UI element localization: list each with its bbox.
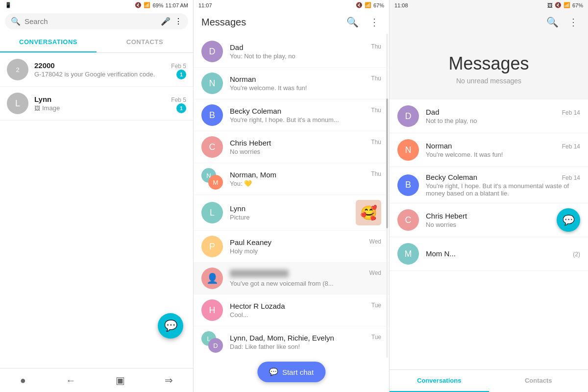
unread-badge: 1 — [176, 70, 186, 79]
tab-conversations-right[interactable]: Conversations — [390, 370, 489, 392]
right-conv-header: Dad Feb 14 — [426, 108, 580, 116]
search-input[interactable] — [24, 17, 157, 25]
list-item[interactable]: B Becky Coleman Thu You're right, I hope… — [194, 99, 389, 131]
list-item[interactable]: 👤 Wed You've got a new voicemail from (8… — [194, 263, 389, 294]
avatar: L — [7, 93, 28, 114]
list-item[interactable]: N Norman Feb 14 You're welcome. It was f… — [390, 133, 588, 167]
msg-name: Lynn, Dad, Mom, Richie, Evelyn — [230, 334, 334, 342]
conversation-list-left: 2 22000 Feb 5 G-178042 is your Google ve… — [0, 53, 193, 211]
time-left: 11:07 AM — [166, 2, 188, 8]
recents-icon[interactable]: ▣ — [116, 374, 125, 386]
avatar-bottom: D — [208, 338, 223, 353]
mic-icon[interactable]: 🎤 — [161, 17, 171, 26]
search-icon-middle[interactable]: 🔍 — [344, 14, 361, 30]
right-conv-name: Becky Coleman — [426, 173, 477, 181]
search-icon-right[interactable]: 🔍 — [544, 14, 561, 30]
scrollbar-thumb[interactable] — [386, 98, 388, 228]
bottom-nav-left: ● ← ▣ ⇒ — [0, 368, 193, 392]
battery-percent-left: 69% — [152, 2, 163, 8]
conv-preview: G-178042 is your Google verification cod… — [34, 71, 186, 78]
avatar: P — [201, 236, 223, 257]
more-icon-middle[interactable]: ⋮ — [368, 14, 381, 30]
avatar: C — [201, 136, 223, 158]
tab-contacts-right[interactable]: Contacts — [489, 370, 588, 392]
list-item[interactable]: N Norman Thu You're welcome. It was fun! — [194, 68, 389, 99]
msg-content: Dad Thu You: Not to the play, no — [230, 43, 381, 60]
msg-content: Norman Thu You're welcome. It was fun! — [230, 75, 381, 92]
msg-time: Tue — [371, 334, 381, 342]
image-icon-right: 🖼 — [547, 2, 553, 8]
msg-name — [230, 270, 289, 279]
right-conv-name: Mom N... — [426, 249, 456, 258]
start-chat-label: Start chat — [282, 368, 314, 376]
list-item[interactable]: L Lynn Feb 5 🖼 Image 1 — [0, 87, 193, 121]
forward-icon[interactable]: ⇒ — [165, 374, 173, 386]
list-item[interactable]: N M Norman, Mom Thu You: 💛 — [194, 163, 389, 195]
scrollbar-track — [386, 34, 388, 358]
msg-content: Hector R Lozada Tue Cool... — [230, 302, 381, 318]
message-thumbnail: 🥰 — [356, 200, 381, 225]
list-item[interactable]: C Chris Hebert No worries 💬 — [390, 203, 588, 237]
right-conv-preview: Not to the play, no — [426, 117, 580, 124]
list-item[interactable]: D Dad Feb 14 Not to the play, no — [390, 99, 588, 133]
top-bar-middle: Messages 🔍 ⋮ — [194, 10, 389, 34]
msg-content: Norman, Mom Thu You: 💛 — [230, 171, 381, 187]
battery-mid: 67% — [373, 2, 384, 8]
battery-right: 67% — [572, 2, 583, 8]
msg-header: Wed — [230, 270, 381, 279]
conv-time: Feb 5 — [171, 63, 186, 70]
list-item[interactable]: C Chris Hebert Thu No worries — [194, 131, 389, 163]
compose-fab-left[interactable]: 💬 — [158, 313, 183, 339]
avatar: C — [397, 209, 419, 231]
list-item[interactable]: B Becky Coleman Feb 14 You're right, I h… — [390, 167, 588, 203]
list-item[interactable]: H Hector R Lozada Tue Cool... — [194, 294, 389, 326]
right-conv-header: Norman Feb 14 — [426, 142, 580, 150]
tabs-left: CONVERSATIONS CONTACTS — [0, 32, 193, 53]
status-right-right: 🖼 🔇 📶 67% — [547, 2, 583, 8]
list-item[interactable]: M Mom N... (2) — [390, 237, 588, 271]
tab-contacts[interactable]: CONTACTS — [97, 32, 193, 52]
msg-time: Thu — [371, 43, 381, 51]
time-right: 11:08 — [394, 2, 408, 8]
avatar: D — [201, 41, 223, 62]
conv-content: Lynn Feb 5 🖼 Image — [34, 95, 186, 112]
msg-content: Chris Hebert Thu No worries — [230, 139, 381, 155]
list-item[interactable]: L Lynn Picture 🥰 — [194, 195, 389, 231]
list-item[interactable]: P Paul Keaney Wed Holy moly — [194, 231, 389, 263]
more-icon-right[interactable]: ⋮ — [566, 14, 580, 30]
time-middle: 11:07 — [198, 2, 212, 8]
right-conv-time: Feb 14 — [562, 174, 580, 181]
avatar: M — [397, 243, 419, 265]
more-icon[interactable]: ⋮ — [174, 17, 182, 26]
msg-header: Paul Keaney Wed — [230, 238, 381, 246]
image-icon: 🖼 — [34, 105, 40, 112]
avatar: 👤 — [201, 268, 223, 289]
conv-preview: 🖼 Image — [34, 104, 186, 112]
right-conv-content: Becky Coleman Feb 14 You're right, I hop… — [426, 173, 580, 197]
msg-content: Lynn, Dad, Mom, Richie, Evelyn Tue Dad: … — [230, 334, 381, 350]
mute-icon-mid: 🔇 — [356, 2, 363, 8]
start-chat-button[interactable]: 💬 Start chat — [257, 362, 325, 382]
chat-icon: 💬 — [269, 368, 278, 376]
search-icon: 🔍 — [11, 17, 21, 26]
tab-conversations[interactable]: CONVERSATIONS — [0, 32, 97, 52]
message-list: D Dad Thu You: Not to the play, no N Nor… — [194, 34, 389, 358]
right-conv-preview: You're right, I hope. But it's a monumen… — [426, 182, 580, 197]
list-item[interactable]: L D Lynn, Dad, Mom, Richie, Evelyn Tue D… — [194, 326, 389, 358]
status-right-middle: 🔇 📶 67% — [356, 2, 384, 8]
right-conv-content: Norman Feb 14 You're welcome. It was fun… — [426, 142, 580, 158]
mute-icon: 🔇 — [135, 2, 142, 8]
msg-header: Norman Thu — [230, 75, 381, 83]
right-conv-preview: You're welcome. It was fun! — [426, 151, 580, 158]
group-avatar: L D — [201, 331, 223, 353]
list-item[interactable]: D Dad Thu You: Not to the play, no — [194, 36, 389, 68]
msg-preview: Picture — [230, 214, 349, 221]
compose-fab-right[interactable]: 💬 — [557, 208, 580, 232]
msg-header: Hector R Lozada Tue — [230, 302, 381, 310]
msg-time: Thu — [371, 75, 381, 83]
back-icon[interactable]: ← — [66, 375, 75, 386]
msg-preview: Cool... — [230, 311, 381, 318]
list-item[interactable]: 2 22000 Feb 5 G-178042 is your Google ve… — [0, 53, 193, 87]
search-bar[interactable]: 🔍 🎤 ⋮ — [5, 13, 188, 29]
messages-title-middle: Messages — [201, 17, 246, 28]
